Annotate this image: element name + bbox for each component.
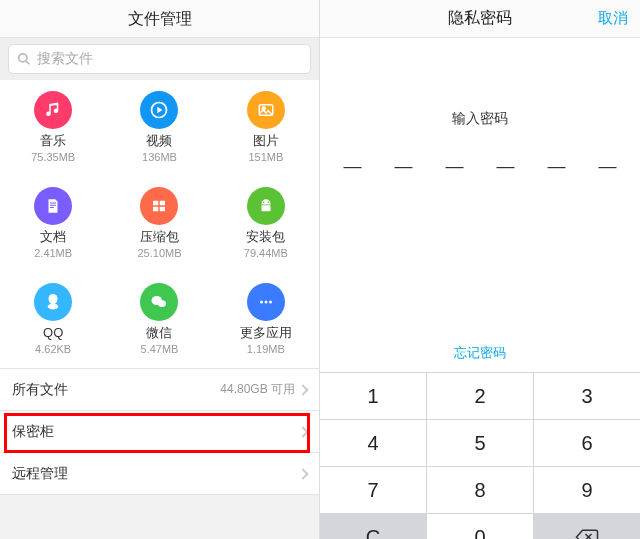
search-placeholder: 搜索文件 [37,50,93,68]
cat-size: 1.19MB [247,342,285,356]
chevron-right-icon [297,468,308,479]
cat-qq[interactable]: QQ 4.62KB [0,272,106,368]
forgot-password-link[interactable]: 忘记密码 [320,328,640,372]
page-title: 文件管理 [0,0,319,38]
cat-music[interactable]: 音乐 75.35MB [0,80,106,176]
doc-icon [34,187,72,225]
svg-point-15 [158,301,166,308]
cat-image[interactable]: 图片 151MB [213,80,319,176]
cat-size: 4.62KB [35,342,71,356]
svg-rect-11 [261,206,270,212]
password-pane: 隐私密码 取消 输入密码 — — — — — — 忘记密码 1 2 3 4 5 … [320,0,640,539]
row-vault[interactable]: 保密柜 [0,411,319,453]
cat-video[interactable]: 视频 136MB [106,80,212,176]
cat-size: 2.41MB [34,246,72,260]
chevron-right-icon [297,384,308,395]
row-label: 所有文件 [12,381,68,399]
key-clear[interactable]: C [320,514,426,539]
cat-more[interactable]: 更多应用 1.19MB [213,272,319,368]
key-3[interactable]: 3 [534,373,640,419]
cat-label: 音乐 [40,133,66,150]
key-4[interactable]: 4 [320,420,426,466]
qq-icon [34,283,72,321]
password-slots: — — — — — — [320,156,640,177]
svg-rect-5 [153,201,158,206]
cat-doc[interactable]: 文档 2.41MB [0,176,106,272]
search-row: 搜索文件 [0,38,319,80]
cat-size: 5.47MB [141,342,179,356]
svg-point-17 [264,301,267,304]
page-title: 隐私密码 [448,8,512,29]
more-icon [247,283,285,321]
wechat-icon [140,283,178,321]
zip-icon [140,187,178,225]
key-6[interactable]: 6 [534,420,640,466]
cat-label: 图片 [253,133,279,150]
key-7[interactable]: 7 [320,467,426,513]
svg-point-0 [19,54,27,62]
password-prompt: 输入密码 [320,110,640,128]
key-0[interactable]: 0 [427,514,533,539]
svg-rect-7 [153,207,158,212]
row-all-files[interactable]: 所有文件 44.80GB 可用 [0,369,319,411]
android-icon [247,187,285,225]
cancel-button[interactable]: 取消 [598,9,628,28]
svg-rect-8 [160,207,165,212]
svg-point-13 [48,304,59,310]
search-input[interactable]: 搜索文件 [8,44,311,74]
cat-label: 微信 [146,325,172,342]
cat-label: 视频 [146,133,172,150]
cat-label: 文档 [40,229,66,246]
cat-size: 75.35MB [31,150,75,164]
svg-line-1 [26,61,30,65]
photo-icon [247,91,285,129]
cat-wechat[interactable]: 微信 5.47MB [106,272,212,368]
cat-label: QQ [43,325,63,342]
row-label: 保密柜 [12,423,54,441]
row-remote[interactable]: 远程管理 [0,453,319,495]
header: 隐私密码 取消 [320,0,640,38]
cat-label: 更多应用 [240,325,292,342]
key-5[interactable]: 5 [427,420,533,466]
svg-point-10 [267,202,269,204]
svg-point-16 [260,301,263,304]
cat-label: 压缩包 [140,229,179,246]
key-backspace[interactable] [534,514,640,539]
svg-point-9 [263,202,265,204]
music-icon [34,91,72,129]
play-icon [140,91,178,129]
key-8[interactable]: 8 [427,467,533,513]
password-area: 输入密码 — — — — — — [320,38,640,328]
cat-zip[interactable]: 压缩包 25.10MB [106,176,212,272]
search-icon [17,52,31,66]
row-label: 远程管理 [12,465,68,483]
backspace-icon [574,528,600,539]
key-9[interactable]: 9 [534,467,640,513]
key-2[interactable]: 2 [427,373,533,419]
cat-size: 151MB [248,150,283,164]
category-grid: 音乐 75.35MB 视频 136MB 图片 151MB 文档 2.41MB [0,80,319,369]
cat-size: 136MB [142,150,177,164]
key-1[interactable]: 1 [320,373,426,419]
nav-list: 所有文件 44.80GB 可用 保密柜 远程管理 [0,369,319,495]
numeric-keypad: 1 2 3 4 5 6 7 8 9 C 0 [320,372,640,539]
storage-available: 44.80GB 可用 [220,381,295,398]
svg-point-12 [49,294,58,305]
svg-rect-6 [160,201,165,206]
cat-size: 79.44MB [244,246,288,260]
cat-label: 安装包 [246,229,285,246]
cat-apk[interactable]: 安装包 79.44MB [213,176,319,272]
chevron-right-icon [297,426,308,437]
svg-point-18 [269,301,272,304]
cat-size: 25.10MB [137,246,181,260]
file-manager-pane: 文件管理 搜索文件 音乐 75.35MB 视频 136MB 图片 [0,0,320,539]
